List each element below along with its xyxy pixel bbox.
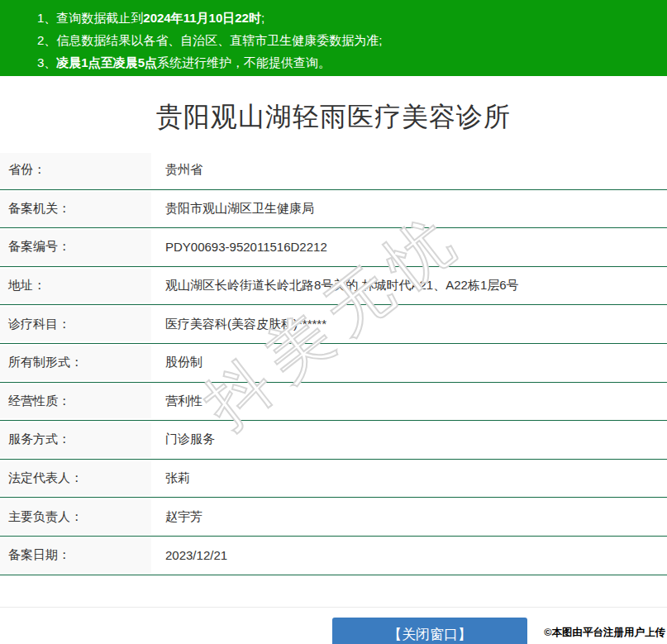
table-row-filing-number: 备案编号： PDY00693-952011516D2212: [0, 228, 667, 267]
table-row-province: 省份： 贵州省: [0, 151, 667, 190]
table-row-filing-authority: 备案机关： 贵阳市观山湖区卫生健康局: [0, 190, 667, 229]
row-label: 所有制形式：: [0, 344, 151, 382]
row-value: 营利性: [151, 383, 667, 421]
row-label: 服务方式：: [0, 421, 151, 459]
row-value: 贵阳市观山湖区卫生健康局: [151, 190, 667, 228]
bottom-divider: [0, 607, 667, 608]
row-label: 诊疗科目：: [0, 305, 151, 343]
row-value: 2023/12/21: [151, 537, 667, 575]
table-row-operating-nature: 经营性质： 营利性: [0, 383, 667, 422]
row-value: 门诊服务: [151, 421, 667, 459]
upload-credit: ©本图由平台注册用户上传: [544, 626, 665, 640]
table-row-filing-date: 备案日期： 2023/12/21: [0, 537, 667, 575]
row-value: 医疗美容科(美容皮肤科)******: [151, 305, 667, 343]
row-label: 备案机关：: [0, 190, 151, 228]
row-label: 地址：: [0, 267, 151, 305]
row-label: 省份：: [0, 151, 151, 189]
row-value: PDY00693-952011516D2212: [151, 228, 667, 266]
info-table: 省份： 贵州省 备案机关： 贵阳市观山湖区卫生健康局 备案编号： PDY0069…: [0, 151, 667, 575]
row-label: 经营性质：: [0, 383, 151, 421]
table-row-principal: 主要负责人： 赵宇芳: [0, 498, 667, 537]
notice-1-bold-date: 2024年11月10日22时: [143, 11, 261, 25]
notice-line-3: 3、凌晨1点至凌晨5点系统进行维护，不能提供查询。: [37, 51, 659, 74]
notice-line-1: 1、查询数据截止到2024年11月10日22时;: [37, 7, 659, 29]
row-value: 观山湖区长岭街道长岭北路8号美的 林城时代A21、A22栋1层6号: [151, 267, 667, 305]
facility-title: 贵阳观山湖轻雨医疗美容诊所: [0, 99, 667, 136]
row-value: 赵宇芳: [151, 498, 667, 536]
row-label: 备案编号：: [0, 228, 151, 266]
notice-3-prefix: 3、: [37, 55, 56, 69]
table-row-ownership-form: 所有制形式： 股份制: [0, 344, 667, 383]
table-row-legal-representative: 法定代表人： 张莉: [0, 460, 667, 499]
row-value: 张莉: [151, 460, 667, 498]
notice-line-2: 2、信息数据结果以各省、自治区、直辖市卫生健康委数据为准;: [37, 29, 659, 51]
row-value: 股份制: [151, 344, 667, 382]
table-row-address: 地址： 观山湖区长岭街道长岭北路8号美的 林城时代A21、A22栋1层6号: [0, 267, 667, 306]
row-label: 备案日期：: [0, 537, 151, 575]
notice-3-bold-time: 凌晨1点至凌晨5点: [56, 55, 157, 69]
row-label: 法定代表人：: [0, 460, 151, 498]
table-row-treatment-subjects: 诊疗科目： 医疗美容科(美容皮肤科)******: [0, 305, 667, 344]
row-label: 主要负责人：: [0, 498, 151, 536]
notice-1-suffix: ;: [261, 11, 264, 25]
table-row-service-mode: 服务方式： 门诊服务: [0, 421, 667, 460]
notice-3-suffix: 系统进行维护，不能提供查询。: [157, 55, 331, 69]
notice-2-text: 2、信息数据结果以各省、自治区、直辖市卫生健康委数据为准;: [37, 33, 383, 47]
notice-banner: 1、查询数据截止到2024年11月10日22时; 2、信息数据结果以各省、自治区…: [0, 0, 667, 76]
row-value: 贵州省: [151, 151, 667, 189]
close-window-button[interactable]: 【关闭窗口】: [332, 618, 527, 644]
notice-1-text: 1、查询数据截止到: [37, 11, 143, 25]
